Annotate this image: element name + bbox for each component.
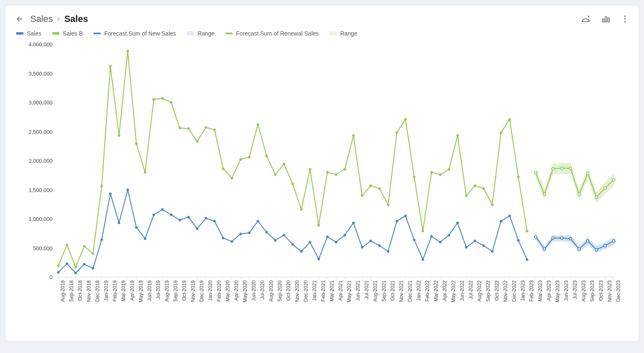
data-point[interactable] [300,250,303,253]
data-point[interactable] [508,215,511,217]
data-point[interactable] [291,243,294,246]
data-point[interactable] [274,173,277,176]
data-point[interactable] [439,241,441,243]
data-point[interactable] [274,239,277,242]
data-point[interactable] [543,193,546,196]
legend-item[interactable]: Range [329,30,357,37]
data-point[interactable] [309,241,311,243]
data-point[interactable] [57,265,60,267]
data-point[interactable] [291,182,294,185]
data-point[interactable] [92,267,94,270]
data-point[interactable] [534,172,537,174]
legend-item[interactable]: Sales [16,30,41,37]
data-point[interactable] [404,118,407,121]
data-point[interactable] [561,167,563,169]
data-point[interactable] [326,171,329,173]
data-point[interactable] [239,158,242,161]
data-point[interactable] [135,226,138,229]
data-point[interactable] [222,168,224,170]
data-point[interactable] [170,213,172,216]
data-point[interactable] [491,250,494,253]
data-point[interactable] [456,222,459,224]
data-point[interactable] [66,262,68,265]
data-point[interactable] [413,239,415,241]
back-icon[interactable] [15,14,24,24]
data-point[interactable] [604,244,606,247]
data-point[interactable] [552,237,554,239]
data-point[interactable] [179,127,181,129]
data-point[interactable] [135,142,138,145]
data-point[interactable] [213,220,216,223]
data-point[interactable] [265,155,268,157]
data-point[interactable] [161,97,164,100]
data-point[interactable] [109,65,112,67]
data-point[interactable] [543,248,546,250]
data-point[interactable] [517,175,520,178]
data-point[interactable] [144,171,146,173]
data-point[interactable] [561,237,563,239]
data-point[interactable] [491,204,494,206]
data-point[interactable] [205,217,207,219]
data-point[interactable] [352,222,355,224]
data-point[interactable] [187,127,190,130]
data-point[interactable] [595,249,598,251]
data-point[interactable] [239,233,242,235]
data-point[interactable] [587,239,589,242]
data-point[interactable] [170,101,172,104]
data-point[interactable] [335,241,337,243]
data-point[interactable] [265,231,268,233]
data-point[interactable] [500,131,502,134]
data-point[interactable] [361,194,363,197]
data-point[interactable] [343,168,346,171]
data-point[interactable] [66,244,68,246]
data-point[interactable] [430,171,433,173]
data-point[interactable] [213,128,216,131]
data-point[interactable] [179,219,181,221]
data-point[interactable] [404,215,407,217]
data-point[interactable] [144,237,146,240]
data-point[interactable] [248,156,250,158]
data-point[interactable] [309,168,311,171]
data-point[interactable] [422,258,424,261]
data-point[interactable] [83,263,86,265]
data-point[interactable] [343,234,346,236]
data-point[interactable] [387,204,389,206]
legend-item[interactable]: Forecast.Sum of Renewal Sales [225,30,319,37]
data-point[interactable] [196,227,198,230]
data-point[interactable] [231,240,233,243]
data-point[interactable] [83,245,86,247]
data-point[interactable] [526,230,528,232]
data-point[interactable] [370,239,372,242]
data-point[interactable] [569,167,572,169]
data-point[interactable] [317,224,320,226]
data-point[interactable] [231,177,233,179]
data-point[interactable] [335,173,337,176]
data-point[interactable] [257,220,259,223]
data-point[interactable] [317,258,320,260]
data-point[interactable] [448,234,450,236]
breadcrumb-parent[interactable]: Sales [30,14,53,24]
legend-item[interactable]: Forecast.Sum of New Sales [93,30,176,37]
data-point[interactable] [569,237,572,240]
data-point[interactable] [534,236,537,238]
data-point[interactable] [578,248,580,250]
data-point[interactable] [482,187,485,190]
data-point[interactable] [508,118,511,121]
data-point[interactable] [257,123,259,126]
data-point[interactable] [517,239,520,242]
bar-chart-icon[interactable] [601,14,611,24]
data-point[interactable] [326,236,329,238]
data-point[interactable] [465,246,467,249]
data-point[interactable] [74,272,77,274]
data-point[interactable] [118,222,120,224]
data-point[interactable] [448,168,450,171]
data-point[interactable] [283,234,285,236]
data-point[interactable] [396,131,398,134]
legend-item[interactable]: Range [187,30,215,37]
data-point[interactable] [456,134,459,137]
data-point[interactable] [613,239,615,242]
data-point[interactable] [378,187,381,190]
data-point[interactable] [187,216,190,218]
data-point[interactable] [109,192,112,195]
data-point[interactable] [422,230,424,232]
